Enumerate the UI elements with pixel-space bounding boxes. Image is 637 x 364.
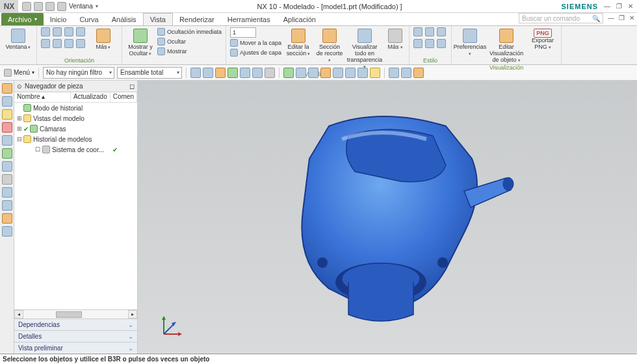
tab-herramientas[interactable]: Herramientas <box>221 13 277 25</box>
restore-button[interactable]: ❐ <box>614 2 624 11</box>
qat-window-label[interactable]: Ventana <box>69 3 93 10</box>
rail-icon[interactable] <box>2 174 12 185</box>
close-button[interactable]: ✕ <box>625 2 636 11</box>
orient-icon[interactable] <box>53 27 62 36</box>
tb-icon[interactable] <box>308 68 318 78</box>
assembly-select[interactable]: Ensamble total <box>117 67 182 79</box>
tb-icon[interactable] <box>345 68 356 78</box>
tree-row-coord-system[interactable]: ☐ Sistema de coor... ✔ <box>14 144 137 155</box>
more-visibility-button[interactable]: Más <box>385 27 405 51</box>
scroll-thumb[interactable] <box>56 311 82 318</box>
tb-icon[interactable] <box>320 68 331 78</box>
style-icon[interactable] <box>413 39 422 48</box>
tb-icon[interactable] <box>413 68 424 78</box>
orient-icon[interactable] <box>41 27 50 36</box>
orient-icon[interactable] <box>76 27 85 36</box>
tb-icon[interactable] <box>358 68 368 78</box>
doc-minimize-button[interactable]: — <box>606 13 616 22</box>
doc-close-button[interactable]: ✕ <box>627 13 637 22</box>
style-icon[interactable] <box>425 27 434 36</box>
layer-settings-button[interactable]: Ajustes de capa <box>230 48 281 57</box>
doc-restore-button[interactable]: ❐ <box>616 13 627 22</box>
style-icon[interactable] <box>437 27 446 36</box>
tb-icon[interactable] <box>252 68 263 78</box>
more-orientation-button[interactable]: Más <box>89 27 118 51</box>
tab-inicio[interactable]: Inicio <box>44 13 73 25</box>
filter-select[interactable]: No hay ningún filtro <box>43 67 114 79</box>
move-to-layer-button[interactable]: Mover a la capa <box>230 38 281 47</box>
rail-icon[interactable] <box>2 122 12 133</box>
tb-icon[interactable] <box>265 68 275 78</box>
rail-part-navigator-icon[interactable] <box>2 83 12 94</box>
qat-new-icon[interactable] <box>22 2 31 11</box>
tab-aplicacion[interactable]: Aplicación <box>277 13 322 25</box>
immediate-hide-button[interactable]: Ocultación inmediata <box>157 27 222 36</box>
section-dependencias[interactable]: Dependencias⌄ <box>14 318 137 330</box>
section-vista-preliminar[interactable]: Vista preliminar⌄ <box>14 342 137 354</box>
window-button[interactable]: Ventana <box>4 27 32 51</box>
orient-icon[interactable] <box>64 27 73 36</box>
rail-icon[interactable] <box>2 187 12 198</box>
command-search[interactable]: Buscar un comando 🔍 <box>519 13 603 23</box>
tb-icon[interactable] <box>283 68 294 78</box>
col-actualizado[interactable]: Actualizado <box>71 92 110 102</box>
style-icon[interactable] <box>425 39 434 48</box>
style-icon[interactable] <box>437 39 446 48</box>
layer-number-input[interactable]: 1 <box>230 27 256 38</box>
rail-icon[interactable] <box>2 200 12 211</box>
export-png-button[interactable]: PNG Exportar PNG <box>528 27 557 51</box>
menu-dropdown[interactable]: Menú▾ <box>4 69 34 77</box>
rail-icon[interactable] <box>2 135 12 146</box>
orient-icon[interactable] <box>76 39 85 48</box>
tab-analisis[interactable]: Análisis <box>105 13 143 25</box>
tree-row-model-views[interactable]: ⊞ Vistas del modelo <box>14 113 137 124</box>
panel-scrollbar[interactable]: ◂ ▸ <box>14 309 137 318</box>
preferences-button[interactable]: Preferencias <box>456 27 484 57</box>
tree-row-history-mode[interactable]: Modo de historial <box>14 103 137 113</box>
tb-icon[interactable] <box>296 68 306 78</box>
rail-icon[interactable] <box>2 109 12 120</box>
style-icon[interactable] <box>413 27 422 36</box>
col-comen[interactable]: Comen <box>110 92 137 102</box>
section-detalles[interactable]: Detalles⌄ <box>14 330 137 342</box>
orient-icon[interactable] <box>53 39 62 48</box>
qat-save-icon[interactable] <box>46 2 55 11</box>
tb-icon[interactable] <box>190 68 201 78</box>
see-through-button[interactable]: Visualizar todo en transparencia <box>346 27 383 70</box>
show-hide-button[interactable]: Mostrar y Ocultar <box>126 27 155 57</box>
hide-button[interactable]: Ocultar <box>157 37 222 46</box>
tree-row-cameras[interactable]: ⊞✔ Cámaras <box>14 124 137 134</box>
tb-icon[interactable] <box>401 68 411 78</box>
panel-pin-icon[interactable]: ◻ <box>129 83 135 90</box>
orient-icon[interactable] <box>41 39 50 48</box>
tb-icon[interactable] <box>240 68 250 78</box>
col-nombre[interactable]: Nombre ▴ <box>14 92 71 102</box>
tb-icon[interactable] <box>389 68 399 78</box>
rail-icon[interactable] <box>2 226 12 237</box>
tb-icon[interactable] <box>203 68 213 78</box>
tab-vista[interactable]: Vista <box>143 13 173 25</box>
rail-icon[interactable] <box>2 148 12 159</box>
view-triad[interactable] <box>157 315 183 341</box>
scroll-right-button[interactable]: ▸ <box>128 310 137 318</box>
qat-switch-icon[interactable] <box>57 2 66 11</box>
tb-icon[interactable] <box>215 68 226 78</box>
tab-renderizar[interactable]: Renderizar <box>173 13 221 25</box>
file-menu[interactable]: Archivo <box>1 13 44 25</box>
rail-icon[interactable] <box>2 161 12 172</box>
tab-curva[interactable]: Curva <box>73 13 105 25</box>
tb-icon[interactable] <box>333 68 343 78</box>
clip-section-button[interactable]: Sección de recorte <box>315 27 344 64</box>
orient-icon[interactable] <box>64 39 73 48</box>
graphics-viewport[interactable] <box>138 81 637 354</box>
edit-section-button[interactable]: Editar la sección <box>284 27 313 57</box>
show-button[interactable]: Mostrar <box>157 47 222 56</box>
minimize-button[interactable]: — <box>602 2 612 11</box>
tb-icon[interactable] <box>370 68 380 78</box>
edit-object-display-button[interactable]: Editar Visualización de objeto <box>487 27 526 64</box>
tree-row-model-history[interactable]: ⊟ Historial de modelos <box>14 134 137 144</box>
rail-icon[interactable] <box>2 96 12 107</box>
rail-icon[interactable] <box>2 213 12 224</box>
scroll-left-button[interactable]: ◂ <box>14 310 23 318</box>
qat-open-icon[interactable] <box>34 2 43 11</box>
